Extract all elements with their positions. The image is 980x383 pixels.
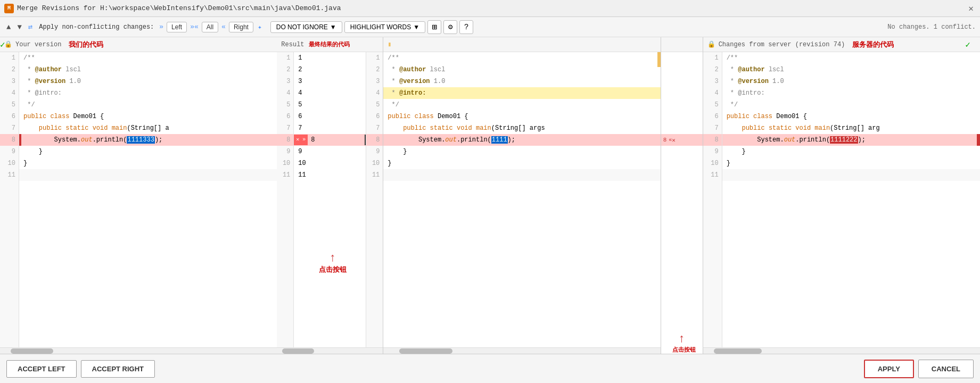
accept-right-button[interactable]: ACCEPT RIGHT <box>81 360 155 378</box>
right-panel-header: 🔒 Changes from server (revision 74) 服务器的… <box>703 37 980 52</box>
middle-left-nums: 1 2 3 4 5 6 7 8 9 10 11 <box>277 52 294 347</box>
rln-5: 5 <box>703 99 722 111</box>
right-scroll-thumb[interactable] <box>714 348 762 354</box>
right-conflict-scroll-indicator <box>977 134 980 146</box>
middle-panel-title: Result <box>281 41 304 48</box>
window-title: Merge Revisions for H:\workspace\WebInte… <box>17 4 341 12</box>
right-line-5: */ <box>722 99 980 111</box>
ln-11: 11 <box>0 169 19 181</box>
mrn-3: 3 <box>366 76 383 87</box>
double-arrow-left: » <box>159 23 163 31</box>
left-line-6: public class Demo01 { <box>19 111 277 122</box>
right-panel: 🔒 Changes from server (revision 74) 服务器的… <box>703 37 980 354</box>
mln-8: 8 <box>277 134 293 146</box>
conflict-marker-num: 8 <box>661 137 669 143</box>
do-not-ignore-dropdown-icon[interactable]: ▼ <box>330 23 336 31</box>
mid-line-9: 9 <box>294 146 366 157</box>
right-button[interactable]: Right <box>229 22 253 32</box>
title-bar: M Merge Revisions for H:\workspace\WebIn… <box>0 0 980 17</box>
middle-panel-header: Result 最终结果的代码 <box>277 37 383 52</box>
close-button[interactable]: ✕ <box>966 3 976 14</box>
right-scrollbar[interactable] <box>703 347 980 354</box>
left-panel: 🔒 Your version 我们的代码 ✓ 1 2 3 4 5 6 7 8 9… <box>0 37 277 354</box>
mrn-6: 6 <box>366 111 383 122</box>
middle-panel-body: 1 2 3 4 5 6 7 8 9 10 11 1 2 3 4 5 6 7 <box>277 52 383 347</box>
do-not-ignore-label: DO NOT IGNORE <box>276 23 328 31</box>
right-line-2: * @author lscl <box>722 64 980 76</box>
right-click-btn-label: 点击按钮 <box>665 346 703 354</box>
left-conflict-indicator <box>19 134 21 146</box>
mid-arrow-up: ↑ <box>282 252 383 265</box>
apply-label: Apply non-conflicting changes: <box>39 23 154 31</box>
mid-line-10: 10 <box>294 157 366 169</box>
rln-3: 3 <box>703 76 722 87</box>
mid-line-1: 1 <box>294 52 366 64</box>
result-scrollbar[interactable] <box>383 347 660 354</box>
result-scroll-thumb[interactable] <box>399 348 452 354</box>
right-line-11 <box>722 169 980 181</box>
left-line-5: */ <box>19 99 277 111</box>
rln-4: 4 <box>703 87 722 99</box>
result-line-1: /** <box>383 52 660 64</box>
settings-gear-button[interactable]: ⚙ <box>443 20 457 34</box>
left-panel-title: Your version <box>15 41 61 48</box>
left-line-11 <box>19 169 277 181</box>
left-scrollbar[interactable] <box>0 347 277 354</box>
left-check-icon: ✓ <box>0 39 5 50</box>
result-panel-header: ▮ <box>383 37 660 52</box>
ln-6: 6 <box>0 111 19 122</box>
highlight-words-dropdown-icon[interactable]: ▼ <box>413 23 419 31</box>
all-button[interactable]: All <box>202 22 218 32</box>
right-line-10: } <box>722 157 980 169</box>
rln-6: 6 <box>703 111 722 122</box>
middle-panel: Result 最终结果的代码 1 2 3 4 5 6 7 8 9 10 11 1… <box>277 37 383 354</box>
bottom-right-buttons: APPLY CANCEL <box>864 360 974 378</box>
left-scroll-thumb[interactable] <box>11 348 53 354</box>
ln-10: 10 <box>0 157 19 169</box>
right-line-6: public class Demo01 { <box>722 111 980 122</box>
result-line-5: */ <box>383 99 660 111</box>
mid-scroll-thumb[interactable] <box>282 348 314 354</box>
apply-button[interactable]: APPLY <box>864 360 914 378</box>
left-line-7: public static void main(String[] a <box>19 122 277 134</box>
conflict-accept-left-btn[interactable]: ✕ » <box>294 135 308 145</box>
result-line-8: System.out.println(1111); <box>383 134 660 146</box>
diff-mode-button[interactable]: ⊞ <box>427 20 441 34</box>
highlight-words-button[interactable]: HIGHLIGHT WORDS ▼ <box>344 21 425 33</box>
mid-scrollbar[interactable] <box>277 347 383 354</box>
right-nav-header <box>661 37 703 52</box>
ln-7: 7 <box>0 122 19 134</box>
right-line-8: System.out.println(1111222); <box>722 134 980 146</box>
right-nav-panel: 8 « ✕ ↑ 点击按钮 <box>661 37 703 354</box>
prev-conflict-button[interactable]: ▲ <box>4 22 13 32</box>
toolbar: ▲ ▼ ⇄ Apply non-conflicting changes: » L… <box>0 17 980 37</box>
accept-left-button[interactable]: ACCEPT LEFT <box>6 360 77 378</box>
do-not-ignore-button[interactable]: DO NOT IGNORE ▼ <box>270 21 342 33</box>
result-line-4: * @intro: <box>383 87 660 99</box>
right-line-7: public static void main(String[] arg <box>722 122 980 134</box>
rln-7: 7 <box>703 122 722 134</box>
app-icon: M <box>4 4 14 13</box>
mid-line-5: 5 <box>294 99 366 111</box>
result-line-6: public class Demo01 { <box>383 111 660 122</box>
help-button[interactable]: ? <box>459 20 473 34</box>
ln-4: 4 <box>0 87 19 99</box>
mid-line-3: 3 <box>294 76 366 87</box>
rln-9: 9 <box>703 146 722 157</box>
mid-line-11: 11 <box>294 169 366 181</box>
right-panel-title: Changes from server (revision 74) <box>719 41 845 48</box>
mrn-10: 10 <box>366 157 383 169</box>
result-code-region: /** * @author lscl * @version 1.0 * @int… <box>383 52 660 347</box>
magic-button[interactable]: ⇄ <box>26 21 35 32</box>
left-button[interactable]: Left <box>167 22 187 32</box>
panels-row: 🔒 Your version 我们的代码 ✓ 1 2 3 4 5 6 7 8 9… <box>0 37 980 354</box>
cancel-button[interactable]: CANCEL <box>918 360 974 378</box>
right-check-icon: ✓ <box>965 39 970 50</box>
conflict-right-marker: 8 « ✕ <box>661 134 703 146</box>
mln-7: 7 <box>277 122 293 134</box>
settings-icon: ✦ <box>258 23 262 31</box>
next-conflict-button[interactable]: ▼ <box>15 22 23 32</box>
result-line-10: } <box>383 157 660 169</box>
rln-10: 10 <box>703 157 722 169</box>
result-yellow-indicator <box>657 52 661 67</box>
